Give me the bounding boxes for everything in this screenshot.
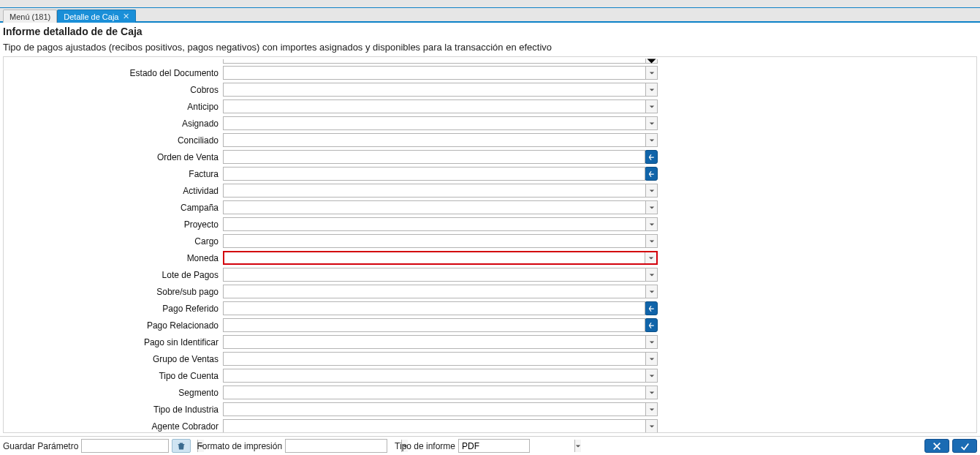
sobre-sub-input[interactable] <box>224 285 645 298</box>
conciliado-field[interactable] <box>223 133 658 147</box>
tipo-cuenta-input[interactable] <box>224 369 645 382</box>
label-lote-pagos: Lote de Pagos <box>4 270 223 280</box>
chevron-down-icon[interactable] <box>645 252 656 263</box>
tipo-cuenta-field[interactable] <box>223 369 658 383</box>
label-anticipo: Anticipo <box>4 102 223 112</box>
factura-field[interactable] <box>223 167 645 181</box>
label-actividad: Actividad <box>4 186 223 196</box>
pago-relacionado-input[interactable] <box>224 319 645 331</box>
formato-impresion-input[interactable] <box>286 441 401 451</box>
pago-sin-ident-field[interactable] <box>223 335 658 349</box>
chevron-down-icon[interactable] <box>645 117 657 129</box>
chevron-down-icon[interactable] <box>645 369 657 382</box>
label-sobre-sub: Sobre/sub pago <box>4 287 223 297</box>
form-scroll[interactable]: Estado del Documento Cobros Anticipo <box>4 57 976 432</box>
tipo-informe-field[interactable] <box>458 439 530 453</box>
estado-documento-input[interactable] <box>224 67 645 79</box>
chevron-down-icon[interactable] <box>645 353 657 365</box>
cobros-field[interactable] <box>223 83 658 97</box>
proyecto-field[interactable] <box>223 217 658 231</box>
chevron-down-icon[interactable] <box>645 235 657 247</box>
label-tipo-informe: Tipo de informe <box>395 441 455 451</box>
label-guardar-parametro: Guardar Parámetro <box>3 441 78 451</box>
orden-venta-input[interactable] <box>224 151 645 163</box>
label-campana: Campaña <box>4 203 223 213</box>
label-orden-venta: Orden de Venta <box>4 152 223 162</box>
agente-cobrador-field[interactable] <box>223 419 658 432</box>
segmento-input[interactable] <box>224 386 645 399</box>
label-estado-documento: Estado del Documento <box>4 68 223 78</box>
factura-lookup-button[interactable] <box>645 167 658 181</box>
anticipo-field[interactable] <box>223 99 658 113</box>
grupo-ventas-input[interactable] <box>224 353 645 365</box>
formato-impresion-field[interactable] <box>285 439 387 453</box>
segmento-field[interactable] <box>223 386 658 399</box>
factura-input[interactable] <box>224 168 645 180</box>
cargo-field[interactable] <box>223 234 658 248</box>
chevron-down-icon[interactable] <box>645 386 657 399</box>
tab-menu-label: Menú (181) <box>10 12 50 21</box>
trash-icon <box>177 442 186 451</box>
label-conciliado: Conciliado <box>4 135 223 146</box>
close-icon[interactable]: ✕ <box>123 12 129 21</box>
pago-sin-ident-input[interactable] <box>224 336 645 348</box>
actividad-input[interactable] <box>224 184 645 197</box>
sobre-sub-field[interactable] <box>223 285 658 298</box>
chevron-down-icon[interactable] <box>645 134 657 146</box>
chevron-down-icon[interactable] <box>645 201 657 214</box>
moneda-input[interactable] <box>224 252 645 263</box>
proyecto-input[interactable] <box>224 218 645 230</box>
anticipo-input[interactable] <box>224 100 645 113</box>
chevron-down-icon[interactable] <box>645 83 657 96</box>
lote-pagos-input[interactable] <box>224 268 645 281</box>
chevron-down-icon[interactable] <box>574 440 581 452</box>
cargo-input[interactable] <box>224 235 645 247</box>
pago-relacionado-lookup-button[interactable] <box>645 318 658 332</box>
moneda-field[interactable] <box>223 251 658 265</box>
grupo-ventas-field[interactable] <box>223 352 658 366</box>
tipo-industria-field[interactable] <box>223 402 658 416</box>
label-cargo: Cargo <box>4 236 223 247</box>
agente-cobrador-input[interactable] <box>224 420 645 432</box>
footer-bar: Guardar Parámetro Formato de impresión T… <box>0 436 980 455</box>
chevron-down-icon[interactable] <box>645 100 657 113</box>
label-pago-referido: Pago Referido <box>4 304 223 314</box>
chevron-down-icon[interactable] <box>645 67 657 79</box>
chevron-down-icon[interactable] <box>645 184 657 197</box>
campana-input[interactable] <box>224 201 645 214</box>
delete-parameter-button[interactable] <box>172 439 191 453</box>
tab-detalle-caja[interactable]: Detalle de Caja ✕ <box>57 10 136 23</box>
chevron-down-icon[interactable] <box>645 218 657 230</box>
chevron-down-icon[interactable] <box>645 268 657 281</box>
label-agente-cobrador: Agente Cobrador <box>4 421 223 432</box>
pago-relacionado-field[interactable] <box>223 318 645 332</box>
tab-menu[interactable]: Menú (181) <box>3 10 57 23</box>
asignado-field[interactable] <box>223 116 658 130</box>
tipo-industria-input[interactable] <box>224 403 645 415</box>
pago-referido-field[interactable] <box>223 301 645 315</box>
cobros-input[interactable] <box>224 83 645 96</box>
actividad-field[interactable] <box>223 184 658 198</box>
guardar-parametro-field[interactable] <box>81 439 169 453</box>
orden-venta-field[interactable] <box>223 150 645 164</box>
label-factura: Factura <box>4 169 223 179</box>
conciliado-input[interactable] <box>224 134 645 146</box>
pago-referido-input[interactable] <box>224 302 645 315</box>
campana-field[interactable] <box>223 200 658 214</box>
chevron-down-icon[interactable] <box>645 420 657 432</box>
chevron-down-icon[interactable] <box>645 403 657 415</box>
tipo-informe-input[interactable] <box>459 441 574 451</box>
pago-referido-lookup-button[interactable] <box>645 301 658 315</box>
check-icon <box>960 441 970 451</box>
asignado-input[interactable] <box>224 117 645 129</box>
cancel-button[interactable] <box>924 439 949 453</box>
lote-pagos-field[interactable] <box>223 268 658 282</box>
label-segmento: Segmento <box>4 388 223 398</box>
page-subtitle: Tipo de pagos ajustados (recibos positiv… <box>0 37 980 59</box>
tab-bar: Menú (181) Detalle de Caja ✕ <box>0 8 980 23</box>
chevron-down-icon[interactable] <box>645 336 657 348</box>
estado-documento-field[interactable] <box>223 66 658 80</box>
confirm-button[interactable] <box>952 439 977 453</box>
orden-venta-lookup-button[interactable] <box>645 150 658 164</box>
chevron-down-icon[interactable] <box>645 285 657 298</box>
